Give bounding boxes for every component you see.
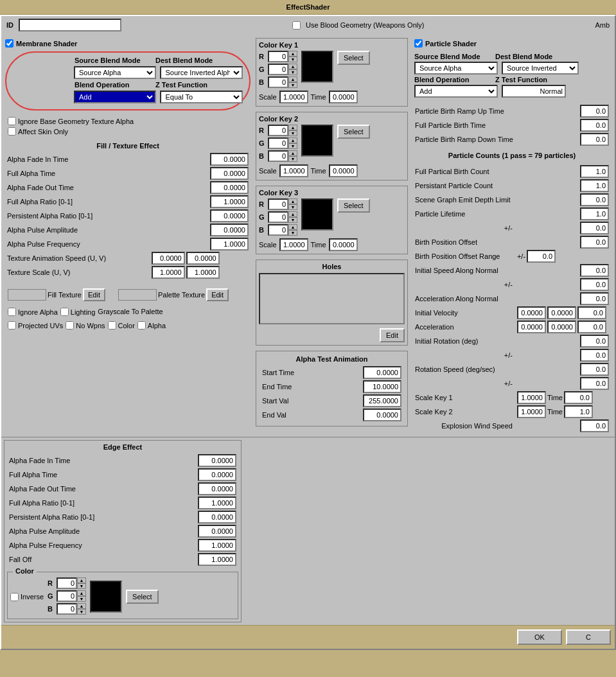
eb-down[interactable]: ▼	[77, 609, 86, 615]
p-initial-speed-pm-input[interactable]	[580, 278, 609, 291]
e-full-alpha-ratio-input[interactable]	[198, 497, 236, 509]
p-birth-pos-input[interactable]	[580, 236, 609, 249]
eg-down[interactable]: ▼	[77, 596, 86, 602]
persistent-alpha-input[interactable]	[210, 209, 249, 222]
b3-down[interactable]: ▼	[288, 230, 297, 236]
r3-down[interactable]: ▼	[288, 204, 297, 210]
p-scale2-input[interactable]	[517, 405, 546, 418]
r2-up[interactable]: ▲	[288, 125, 297, 130]
full-alpha-time-input[interactable]	[210, 167, 249, 180]
p-scale1-time-input[interactable]	[564, 391, 593, 404]
color-key-2-select-btn[interactable]: Select	[337, 125, 370, 139]
e-alpha-pulse-amp-input[interactable]	[198, 525, 236, 538]
g1-up[interactable]: ▲	[288, 64, 297, 69]
p-explosion-wind-input[interactable]	[580, 419, 609, 432]
p-dest-blend-combo[interactable]: Source Inverted	[502, 62, 579, 75]
r1-input[interactable]	[268, 51, 288, 62]
e-fall-off-input[interactable]	[198, 553, 236, 566]
b3-spinner[interactable]: ▲ ▼	[268, 224, 297, 236]
b1-spinner[interactable]: ▲ ▼	[268, 76, 297, 88]
p-full-birth-time-input[interactable]	[580, 119, 609, 132]
r1-up[interactable]: ▲	[288, 51, 297, 57]
p-init-vel-y-input[interactable]	[547, 306, 576, 319]
b2-input[interactable]	[268, 150, 288, 162]
texture-scale-u-input[interactable]	[152, 266, 185, 279]
start-time-input[interactable]	[363, 366, 401, 379]
start-val-input[interactable]	[363, 394, 401, 407]
inverse-checkbox[interactable]	[10, 593, 19, 601]
eg-input[interactable]	[57, 590, 77, 602]
affect-skin-checkbox[interactable]	[8, 127, 16, 136]
b2-up[interactable]: ▲	[288, 150, 297, 156]
p-source-blend-combo[interactable]: Source Alpha	[414, 62, 498, 75]
texture-anim-u-input[interactable]	[152, 252, 185, 265]
time2-input[interactable]	[329, 164, 358, 177]
p-lifetime-pm-input[interactable]	[580, 222, 609, 234]
r1-spinner[interactable]: ▲ ▼	[268, 51, 297, 62]
g2-input[interactable]	[268, 137, 288, 149]
g3-down[interactable]: ▼	[288, 217, 297, 223]
p-accel-x-input[interactable]	[517, 321, 546, 333]
color-key-3-select-btn[interactable]: Select	[337, 198, 370, 213]
b1-up[interactable]: ▲	[288, 76, 297, 82]
eg-up[interactable]: ▲	[77, 590, 86, 596]
p-lifetime-input[interactable]	[580, 207, 609, 220]
dest-blend-combo[interactable]: Source Inverted Alph One	[160, 66, 243, 79]
er-input[interactable]	[57, 577, 77, 589]
e-alpha-fade-in-input[interactable]	[198, 454, 236, 467]
p-birth-ramp-up-input[interactable]	[580, 105, 609, 118]
r3-spinner[interactable]: ▲ ▼	[268, 198, 297, 210]
cancel-button[interactable]: C	[566, 629, 611, 645]
b1-down[interactable]: ▼	[288, 82, 297, 88]
alpha-fade-in-input[interactable]	[210, 153, 249, 166]
r2-spinner[interactable]: ▲ ▼	[268, 125, 297, 136]
particle-shader-checkbox[interactable]	[414, 39, 423, 48]
time1-input[interactable]	[329, 91, 358, 103]
b1-input[interactable]	[268, 76, 288, 88]
p-z-test-input[interactable]	[502, 85, 566, 98]
ignore-base-checkbox[interactable]	[8, 117, 16, 125]
eb-input[interactable]	[57, 603, 77, 615]
p-scale1-input[interactable]	[517, 391, 546, 404]
p-birth-ramp-down-input[interactable]	[580, 133, 609, 146]
p-accel-z-input[interactable]	[577, 321, 606, 333]
g2-down[interactable]: ▼	[288, 143, 297, 149]
ok-button[interactable]: OK	[517, 629, 562, 645]
full-alpha-ratio-input[interactable]	[210, 195, 249, 208]
g3-spinner[interactable]: ▲ ▼	[268, 211, 297, 223]
texture-scale-v-input[interactable]	[186, 266, 220, 279]
palette-texture-edit-btn[interactable]: Edit	[206, 288, 229, 301]
alpha-fade-out-input[interactable]	[210, 181, 249, 194]
p-birth-range-input[interactable]	[527, 250, 556, 263]
fill-texture-edit-btn[interactable]: Edit	[83, 288, 105, 301]
p-init-vel-z-input[interactable]	[577, 306, 606, 319]
color-checkbox[interactable]	[108, 321, 116, 330]
e-alpha-fade-out-input[interactable]	[198, 482, 236, 495]
projected-uvs-checkbox[interactable]	[8, 321, 16, 330]
r2-down[interactable]: ▼	[288, 130, 297, 136]
p-scene-graph-input[interactable]	[580, 193, 609, 206]
p-initial-speed-input[interactable]	[580, 264, 609, 277]
r1-down[interactable]: ▼	[288, 57, 297, 62]
g2-up[interactable]: ▲	[288, 137, 297, 143]
p-accel-y-input[interactable]	[547, 321, 576, 333]
er-up[interactable]: ▲	[77, 577, 86, 583]
scale2-input[interactable]	[279, 164, 308, 177]
b3-input[interactable]	[268, 224, 288, 236]
g3-input[interactable]	[268, 211, 288, 223]
g1-input[interactable]	[268, 64, 288, 75]
p-accel-normal-input[interactable]	[580, 292, 609, 305]
color-key-1-select-btn[interactable]: Select	[337, 51, 370, 65]
time3-input[interactable]	[329, 238, 358, 251]
source-blend-combo[interactable]: Source Alpha One Zero	[74, 66, 157, 79]
e-full-alpha-time-input[interactable]	[198, 468, 236, 481]
e-alpha-pulse-freq-input[interactable]	[198, 539, 236, 552]
end-val-input[interactable]	[363, 409, 401, 421]
ignore-alpha-checkbox[interactable]	[8, 308, 16, 316]
p-scale2-time-input[interactable]	[564, 405, 593, 418]
no-wpns-checkbox[interactable]	[66, 321, 74, 330]
alpha-pulse-freq-input[interactable]	[210, 238, 249, 251]
g2-spinner[interactable]: ▲ ▼	[268, 137, 297, 149]
g1-down[interactable]: ▼	[288, 69, 297, 75]
b2-down[interactable]: ▼	[288, 156, 297, 162]
